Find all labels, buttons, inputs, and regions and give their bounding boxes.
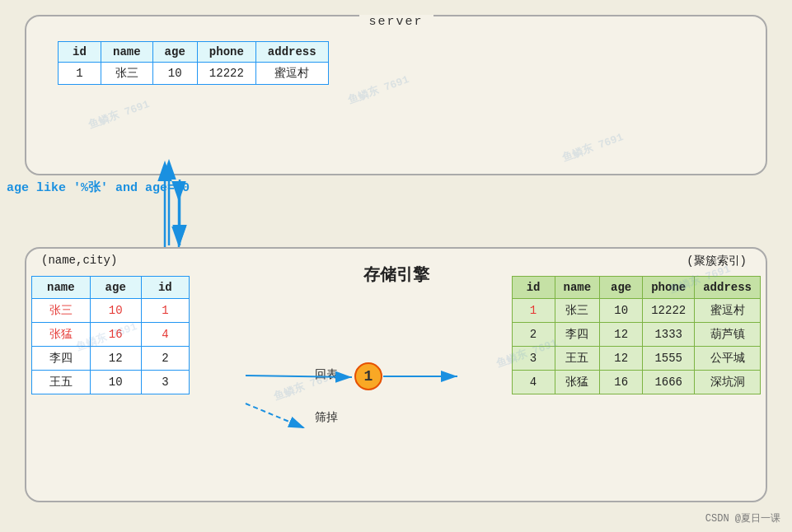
right-row-3: 3 王五 12 1555 公平城 (512, 347, 760, 371)
server-col-phone: phone (197, 42, 255, 63)
left-col-name: name (32, 277, 91, 299)
label-huitiao: 回表 (315, 367, 338, 382)
right-row-2: 2 李四 12 1333 葫芦镇 (512, 323, 760, 347)
server-col-address: address (255, 42, 328, 63)
server-row-1: 1 张三 10 12222 蜜逗村 (59, 63, 329, 85)
server-cell-id: 1 (59, 63, 101, 85)
server-cell-phone: 12222 (197, 63, 255, 85)
server-cell-age: 10 (152, 63, 197, 85)
left-cell-name-1: 张三 (32, 299, 91, 323)
circle-1: 1 (354, 362, 382, 390)
footer: CSDN @夏日一课 (705, 511, 780, 525)
left-cell-id-2: 4 (141, 323, 189, 347)
right-cell-age-3: 12 (600, 347, 643, 371)
right-cell-address-3: 公平城 (695, 347, 761, 371)
left-row-2: 张猛 16 4 (32, 323, 190, 347)
right-cell-name-2: 李四 (555, 323, 600, 347)
left-cell-age-3: 12 (90, 347, 141, 371)
server-col-id: id (59, 42, 101, 63)
left-index-table: name age id 张三 10 1 张猛 16 4 李四 12 2 王五 1… (31, 276, 190, 394)
label-saidiao: 筛掉 (315, 410, 338, 425)
server-col-age: age (152, 42, 197, 63)
right-index-label: (聚簇索引) (687, 254, 747, 268)
server-cell-name: 张三 (101, 63, 153, 85)
right-cell-name-3: 王五 (555, 347, 600, 371)
left-cell-age-1: 10 (90, 299, 141, 323)
right-col-id: id (512, 277, 555, 299)
right-cell-phone-4: 1666 (643, 371, 695, 394)
right-row-4: 4 张猛 16 1666 深坑洞 (512, 371, 760, 394)
left-cell-name-2: 张猛 (32, 323, 91, 347)
left-cell-age-4: 10 (90, 371, 141, 394)
left-cell-age-2: 16 (90, 323, 141, 347)
left-row-3: 李四 12 2 (32, 347, 190, 371)
right-col-phone: phone (643, 277, 695, 299)
right-cell-phone-2: 1333 (643, 323, 695, 347)
left-col-age: age (90, 277, 141, 299)
right-index-table: id name age phone address 1 张三 10 12222 … (512, 276, 761, 394)
left-cell-name-3: 李四 (32, 347, 91, 371)
server-box: server id name age phone address 1 张三 10… (25, 15, 767, 175)
condition-text: age like '%张' and age=10 (7, 180, 190, 195)
right-cell-phone-1: 12222 (643, 299, 695, 323)
right-cell-id-2: 2 (512, 323, 555, 347)
storage-engine-label: 存储引擎 (363, 264, 429, 286)
right-row-1: 1 张三 10 12222 蜜逗村 (512, 299, 760, 323)
server-title: server (359, 15, 433, 29)
left-cell-name-4: 王五 (32, 371, 91, 394)
left-cell-id-1: 1 (141, 299, 189, 323)
right-cell-age-2: 12 (600, 323, 643, 347)
right-cell-id-3: 3 (512, 347, 555, 371)
right-cell-phone-3: 1555 (643, 347, 695, 371)
server-col-name: name (101, 42, 153, 63)
left-cell-id-4: 3 (141, 371, 189, 394)
right-cell-id-4: 4 (512, 371, 555, 394)
left-cell-id-3: 2 (141, 347, 189, 371)
right-col-age: age (600, 277, 643, 299)
left-col-id: id (141, 277, 189, 299)
server-table: id name age phone address 1 张三 10 12222 … (58, 41, 329, 85)
right-col-name: name (555, 277, 600, 299)
right-cell-name-4: 张猛 (555, 371, 600, 394)
right-cell-address-1: 蜜逗村 (695, 299, 761, 323)
server-cell-address: 蜜逗村 (255, 63, 328, 85)
right-cell-id-1: 1 (512, 299, 555, 323)
right-cell-name-1: 张三 (555, 299, 600, 323)
right-cell-address-2: 葫芦镇 (695, 323, 761, 347)
left-index-label: (name,city) (41, 254, 117, 267)
right-cell-age-4: 16 (600, 371, 643, 394)
right-col-address: address (695, 277, 761, 299)
right-cell-age-1: 10 (600, 299, 643, 323)
left-row-1: 张三 10 1 (32, 299, 190, 323)
right-cell-address-4: 深坑洞 (695, 371, 761, 394)
left-row-4: 王五 10 3 (32, 371, 190, 394)
